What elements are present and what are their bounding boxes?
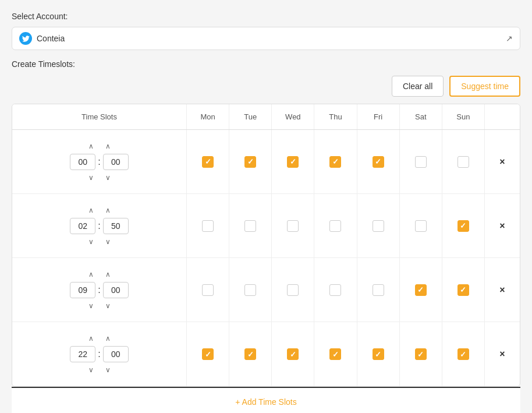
hour-input-2[interactable] <box>70 282 95 298</box>
day-mon-0[interactable] <box>187 130 229 193</box>
hour-down-3[interactable] <box>85 365 97 375</box>
day-thu-1[interactable] <box>314 194 357 257</box>
hour-down-2[interactable] <box>85 301 97 311</box>
hour-down-1[interactable] <box>85 236 97 247</box>
delete-row-3[interactable]: × <box>485 322 520 386</box>
minute-down-0[interactable] <box>102 172 114 183</box>
minute-down-3[interactable] <box>102 365 114 375</box>
minute-up-3[interactable] <box>102 333 114 344</box>
checkbox-thu-1[interactable] <box>329 220 341 232</box>
minute-up-2[interactable] <box>102 269 114 280</box>
day-sun-3[interactable] <box>442 322 485 386</box>
checkbox-fri-3[interactable] <box>373 348 384 360</box>
minute-up-1[interactable] <box>102 205 114 216</box>
hour-input-3[interactable] <box>70 346 95 362</box>
checkbox-mon-2[interactable] <box>202 284 214 296</box>
checkbox-tue-1[interactable] <box>244 220 256 232</box>
minute-input-1[interactable] <box>103 218 129 234</box>
delete-row-2[interactable]: × <box>485 258 520 322</box>
day-wed-1[interactable] <box>272 194 314 257</box>
day-sun-2[interactable] <box>442 258 485 322</box>
toolbar: Clear all Suggest time <box>12 76 520 97</box>
day-mon-2[interactable] <box>187 258 229 322</box>
hour-input-1[interactable] <box>70 218 95 234</box>
checkbox-sun-1[interactable] <box>457 220 469 232</box>
day-tue-0[interactable] <box>229 130 272 193</box>
checkbox-sat-0[interactable] <box>415 156 427 168</box>
hour-up-0[interactable] <box>85 141 97 151</box>
checkbox-thu-2[interactable] <box>329 284 341 296</box>
checkbox-sun-3[interactable] <box>457 348 469 360</box>
day-sun-0[interactable] <box>442 130 485 193</box>
hour-up-3[interactable] <box>85 333 97 344</box>
expand-icon[interactable]: ↗ <box>506 34 513 43</box>
checkbox-sun-0[interactable] <box>457 156 469 168</box>
checkbox-thu-0[interactable] <box>329 156 341 168</box>
day-wed-2[interactable] <box>272 258 314 322</box>
day-mon-1[interactable] <box>187 194 229 257</box>
day-thu-3[interactable] <box>314 322 357 386</box>
day-sat-3[interactable] <box>400 322 442 386</box>
time-inputs-1: : <box>70 218 128 234</box>
minute-input-2[interactable] <box>103 282 129 298</box>
checkbox-wed-1[interactable] <box>287 220 299 232</box>
minute-up-0[interactable] <box>102 141 114 151</box>
timeslot-cell-3: : <box>12 322 187 386</box>
add-timeslots-row[interactable]: + Add Time Slots <box>12 387 520 413</box>
checkbox-tue-0[interactable] <box>244 156 256 168</box>
checkbox-mon-1[interactable] <box>202 220 214 232</box>
checkbox-sun-2[interactable] <box>457 284 469 296</box>
minute-down-2[interactable] <box>102 301 114 311</box>
time-sep-1: : <box>98 221 100 231</box>
day-thu-2[interactable] <box>314 258 357 322</box>
checkbox-wed-0[interactable] <box>287 156 299 168</box>
day-thu-0[interactable] <box>314 130 357 193</box>
minute-input-0[interactable] <box>103 154 129 170</box>
hour-input-0[interactable] <box>70 154 95 170</box>
day-mon-3[interactable] <box>187 322 229 386</box>
header-actions <box>485 104 520 129</box>
checkbox-thu-3[interactable] <box>329 348 341 360</box>
day-wed-3[interactable] <box>272 322 314 386</box>
hour-down-0[interactable] <box>85 172 97 183</box>
checkbox-mon-3[interactable] <box>202 348 214 360</box>
day-tue-3[interactable] <box>229 322 272 386</box>
minute-down-1[interactable] <box>102 236 114 247</box>
delete-row-1[interactable]: × <box>485 194 520 257</box>
add-timeslots-label: + Add Time Slots <box>235 397 296 407</box>
checkbox-sat-2[interactable] <box>415 284 427 296</box>
checkbox-mon-0[interactable] <box>202 156 214 168</box>
checkbox-sat-3[interactable] <box>415 348 427 360</box>
checkbox-tue-3[interactable] <box>244 348 256 360</box>
minute-input-3[interactable] <box>103 346 129 362</box>
hour-up-2[interactable] <box>85 269 97 280</box>
account-selector[interactable]: Conteia ↗ <box>12 27 520 50</box>
day-sat-2[interactable] <box>400 258 442 322</box>
day-fri-1[interactable] <box>357 194 400 257</box>
day-sat-0[interactable] <box>400 130 442 193</box>
arrow-row-up-1 <box>85 205 114 216</box>
header-sun: Sun <box>442 104 485 129</box>
day-fri-3[interactable] <box>357 322 400 386</box>
checkbox-fri-1[interactable] <box>373 220 384 232</box>
day-sun-1[interactable] <box>442 194 485 257</box>
table-row: : × <box>12 322 520 386</box>
clear-all-button[interactable]: Clear all <box>392 76 444 97</box>
header-mon: Mon <box>187 104 229 129</box>
header-tue: Tue <box>229 104 272 129</box>
day-tue-1[interactable] <box>229 194 272 257</box>
checkbox-sat-1[interactable] <box>415 220 427 232</box>
checkbox-wed-3[interactable] <box>287 348 299 360</box>
checkbox-wed-2[interactable] <box>287 284 299 296</box>
day-fri-2[interactable] <box>357 258 400 322</box>
delete-row-0[interactable]: × <box>485 130 520 193</box>
day-sat-1[interactable] <box>400 194 442 257</box>
day-wed-0[interactable] <box>272 130 314 193</box>
checkbox-fri-0[interactable] <box>373 156 384 168</box>
day-tue-2[interactable] <box>229 258 272 322</box>
hour-up-1[interactable] <box>85 205 97 216</box>
checkbox-tue-2[interactable] <box>244 284 256 296</box>
checkbox-fri-2[interactable] <box>373 284 384 296</box>
day-fri-0[interactable] <box>357 130 400 193</box>
suggest-time-button[interactable]: Suggest time <box>449 76 520 97</box>
